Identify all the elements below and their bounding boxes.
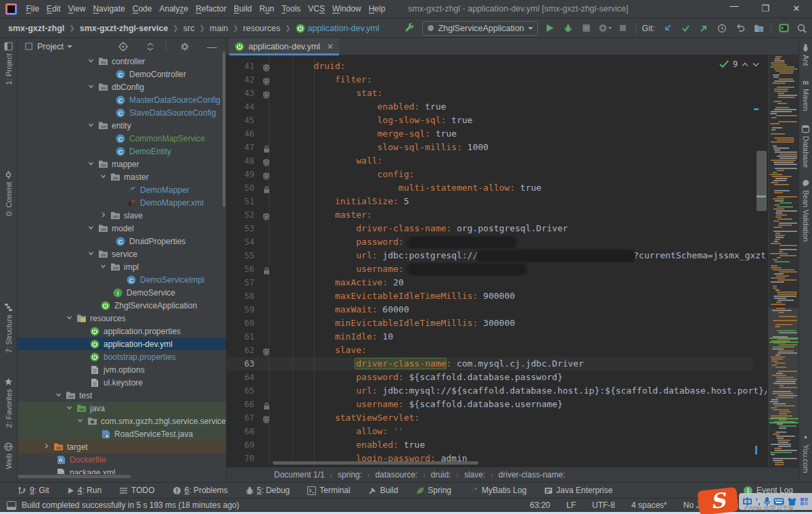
tree-item-entity[interactable]: entity <box>18 119 226 132</box>
tree-item-com.smx.gxzh.zhgl.service.service[interactable]: com.smx.gxzh.zhgl.service.service <box>18 415 226 427</box>
toolwindow-button-mybatis-log[interactable]: MyBatis Log <box>469 486 526 495</box>
tree-item-test[interactable]: test <box>18 389 226 402</box>
project-structure-button[interactable] <box>752 22 765 34</box>
tool-stripe--commit[interactable]: 0: Commit <box>0 170 17 216</box>
menu-analyze[interactable]: Analyze <box>156 4 192 14</box>
tool-stripe-bean-validation[interactable]: Bean Validation <box>799 179 812 241</box>
error-stripe[interactable] <box>752 55 768 467</box>
undo-button[interactable] <box>734 22 746 34</box>
yaml-breadcrumb-item[interactable]: datasource: <box>375 470 418 480</box>
hide-panel-button[interactable]: — <box>207 41 217 52</box>
chevron-down-icon[interactable] <box>88 83 95 91</box>
menu-view[interactable]: View <box>64 4 89 14</box>
tree-item-demoserviceimpl[interactable]: CDemoServiceImpl <box>18 273 226 286</box>
git-push-button[interactable] <box>698 22 710 34</box>
toolwindow-button-build[interactable]: Build <box>368 486 399 495</box>
toolwindow-button-java-enterprise[interactable]: Java Enterprise <box>544 486 612 495</box>
profiler-button[interactable] <box>599 22 611 34</box>
toolwindow-button--run[interactable]: 4: Run <box>67 486 102 495</box>
yaml-breadcrumb-item[interactable]: druid: <box>431 470 451 480</box>
build-project-icon[interactable] <box>404 22 416 34</box>
breadcrumb-item[interactable]: smx-gxzt-zhgl-service <box>80 24 168 33</box>
menu-help[interactable]: Help <box>365 4 389 14</box>
editor-vscrollbar[interactable] <box>757 151 767 211</box>
code-minimap[interactable] <box>768 55 798 467</box>
menu-tools[interactable]: Tools <box>278 4 304 14</box>
status-item-caret-position[interactable]: 63:20 <box>530 498 550 513</box>
chevron-down-icon[interactable] <box>100 173 108 181</box>
tree-item-demoservice[interactable]: IDemoService <box>18 286 226 299</box>
tool-stripe--structure[interactable]: 7: Structure <box>0 303 17 353</box>
tree-item-commonmapservice[interactable]: CCommonMapService <box>18 132 226 145</box>
tree-item-application-dev.yml[interactable]: application-dev.yml <box>18 337 226 350</box>
yaml-breadcrumb-item[interactable]: Document 1/1 <box>274 470 325 480</box>
status-item-encoding[interactable]: UTF-8 <box>592 498 615 513</box>
chevron-down-icon[interactable] <box>88 250 95 258</box>
tree-item-masterdatasourceconfig[interactable]: CMasterDataSourceConfig <box>18 93 226 106</box>
project-view-selector[interactable]: Project <box>37 42 64 51</box>
status-item-line-ending[interactable]: LF <box>566 498 576 513</box>
yaml-breadcrumb-item[interactable]: spring: <box>338 470 362 480</box>
collapse-all-button[interactable] <box>145 42 155 51</box>
restore-button[interactable]: ❐ <box>750 0 781 18</box>
menu-navigate[interactable]: Navigate <box>89 4 129 14</box>
git-update-button[interactable] <box>661 22 673 34</box>
chevron-right-icon[interactable] <box>100 212 108 219</box>
chevron-down-icon[interactable] <box>66 404 74 412</box>
stripe-mark[interactable] <box>754 108 759 110</box>
status-item-indent[interactable]: 4 spaces* <box>631 498 667 513</box>
tree-item-dbconfig[interactable]: dbConfig <box>18 80 226 93</box>
tool-stripe-maven[interactable]: mMaven <box>799 77 812 111</box>
tree-item-slavedatasourceconfig[interactable]: CSlaveDataSourceConfig <box>18 106 226 119</box>
yaml-breadcrumb-item[interactable]: driver-class-name: <box>499 470 566 480</box>
menu-run[interactable]: Run <box>256 4 278 14</box>
toolwindow-button--git[interactable]: 9: Git <box>18 486 49 495</box>
run-config-selector[interactable]: ZhglServiceApplication <box>422 21 537 36</box>
tree-item-druidproperties[interactable]: CDruidProperties <box>18 235 226 248</box>
tool-stripe--favorites[interactable]: 2: Favorites <box>0 377 17 427</box>
run-button[interactable] <box>544 22 556 34</box>
chevron-down-icon[interactable] <box>77 417 85 425</box>
git-commit-button[interactable] <box>679 22 692 34</box>
toolwindow-button--problems[interactable]: 6: Problems <box>173 486 228 495</box>
locate-file-button[interactable] <box>118 42 128 51</box>
tree-item-demoentity[interactable]: CDemoEntity <box>18 145 226 158</box>
tree-item-demomapper[interactable]: DemoMapper <box>18 183 226 196</box>
toolwindow-button--debug[interactable]: 5: Debug <box>246 486 290 495</box>
chevron-right-icon[interactable] <box>43 443 51 450</box>
search-everywhere-button[interactable] <box>796 22 808 34</box>
menu-code[interactable]: Code <box>129 4 156 14</box>
tree-item-roadservicetest.java[interactable]: RoadServiceTest.java <box>18 427 226 440</box>
project-hscrollbar[interactable] <box>18 475 131 478</box>
tree-item-target[interactable]: target <box>18 440 226 453</box>
menu-window[interactable]: Window <box>328 4 365 14</box>
settings-gear-icon[interactable] <box>180 42 189 51</box>
toolwindow-toggle-icon[interactable] <box>7 501 16 510</box>
chevron-down-icon[interactable] <box>88 225 95 232</box>
tree-item-controller[interactable]: controller <box>18 55 226 68</box>
tree-item-slave[interactable]: slave <box>18 209 226 222</box>
menu-edit[interactable]: Edit <box>43 4 64 14</box>
inspections-widget[interactable]: 9 <box>719 60 759 69</box>
run-anything-button[interactable] <box>777 22 790 34</box>
yaml-breadcrumb-item[interactable]: slave: <box>464 470 485 480</box>
coverage-button[interactable] <box>581 22 593 34</box>
tree-item-jvm.options[interactable]: jvm.options <box>18 363 226 376</box>
tree-item-impl[interactable]: impl <box>18 260 226 273</box>
chevron-down-icon[interactable] <box>66 314 74 322</box>
tree-item-zhglserviceapplication[interactable]: ZhglServiceApplication <box>18 299 226 312</box>
breadcrumb-item[interactable]: src <box>183 24 195 33</box>
tool-stripe-web[interactable]: Web <box>0 442 17 469</box>
tool-stripe-ant[interactable]: Ant <box>799 43 812 66</box>
toolwindow-button-terminal[interactable]: Terminal <box>307 486 350 495</box>
breadcrumb-item[interactable]: main <box>210 24 228 33</box>
tool-stripe-database[interactable]: Database <box>799 124 812 168</box>
chevron-down-icon[interactable] <box>100 263 108 271</box>
code-area[interactable]: ' '41 druid:42 filter:43 stat:44 enabled… <box>227 55 798 467</box>
project-vscrollbar[interactable] <box>223 51 225 207</box>
ime-menu-icon[interactable] <box>800 497 809 506</box>
tree-item-master[interactable]: master <box>18 170 226 183</box>
chevron-down-icon[interactable] <box>88 122 95 129</box>
tree-item-service[interactable]: service <box>18 248 226 260</box>
tool-stripe--project[interactable]: 1: Project <box>0 42 17 85</box>
